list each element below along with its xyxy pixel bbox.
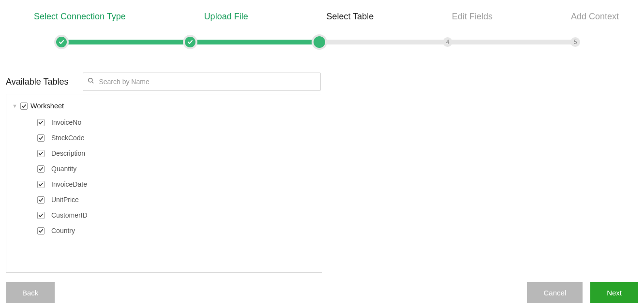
tree-root-row: ▼ Worksheet: [12, 100, 316, 115]
tree-item: UnitPrice: [37, 192, 316, 207]
search-box: [83, 73, 321, 91]
checkbox-root[interactable]: [20, 103, 28, 110]
checkbox-column[interactable]: [37, 150, 45, 157]
checkbox-column[interactable]: [37, 119, 45, 126]
tree-item-label[interactable]: UnitPrice: [51, 196, 79, 204]
tree-item-label[interactable]: Description: [51, 149, 85, 157]
cancel-button[interactable]: Cancel: [527, 282, 583, 303]
step-label-0[interactable]: Select Connection Type: [34, 12, 126, 22]
step-node-0[interactable]: [56, 37, 67, 47]
wizard-footer: Back Cancel Next: [6, 282, 638, 303]
back-button[interactable]: Back: [6, 282, 55, 303]
search-input[interactable]: [83, 73, 321, 91]
tree-item: CustomerID: [37, 207, 316, 223]
search-icon: [88, 77, 94, 86]
tree-item: InvoiceNo: [37, 115, 316, 130]
checkbox-column[interactable]: [37, 212, 45, 219]
step-label-1[interactable]: Upload File: [204, 12, 248, 22]
wizard-stepper: Select Connection TypeUpload FileSelect …: [6, 12, 638, 53]
available-tables-title: Available Tables: [6, 77, 68, 87]
checkbox-column[interactable]: [37, 196, 45, 204]
step-label-3[interactable]: Edit Fields: [452, 12, 493, 22]
tree-item: StockCode: [37, 130, 316, 146]
checkbox-column[interactable]: [37, 134, 45, 142]
tree-item-label[interactable]: Country: [51, 227, 75, 235]
tree-item: InvoiceDate: [37, 176, 316, 192]
step-label-4[interactable]: Add Context: [571, 12, 619, 22]
checkbox-column[interactable]: [37, 227, 45, 235]
step-node-1[interactable]: [185, 37, 195, 47]
tree-item-label[interactable]: InvoiceNo: [51, 118, 81, 126]
tree-item-label[interactable]: StockCode: [51, 134, 84, 142]
step-node-3[interactable]: 4: [443, 37, 452, 47]
tree-item-label[interactable]: InvoiceDate: [51, 180, 87, 188]
tree-item: Description: [37, 146, 316, 161]
tree-item: Quantity: [37, 161, 316, 176]
step-node-4[interactable]: 5: [570, 37, 580, 47]
svg-point-0: [89, 78, 92, 82]
tables-tree-panel: ▼ Worksheet InvoiceNoStockCodeDescriptio…: [6, 94, 322, 273]
disclosure-icon[interactable]: ▼: [12, 103, 17, 109]
step-node-2[interactable]: [314, 36, 325, 48]
tree-item-label[interactable]: CustomerID: [51, 211, 88, 219]
checkbox-column[interactable]: [37, 181, 45, 188]
tree-root-label[interactable]: Worksheet: [30, 102, 64, 110]
svg-line-1: [92, 82, 93, 83]
tree-item-label[interactable]: Quantity: [51, 165, 76, 173]
next-button[interactable]: Next: [590, 282, 638, 303]
tree-item: Country: [37, 223, 316, 238]
step-label-2[interactable]: Select Table: [327, 12, 374, 22]
checkbox-column[interactable]: [37, 165, 45, 173]
